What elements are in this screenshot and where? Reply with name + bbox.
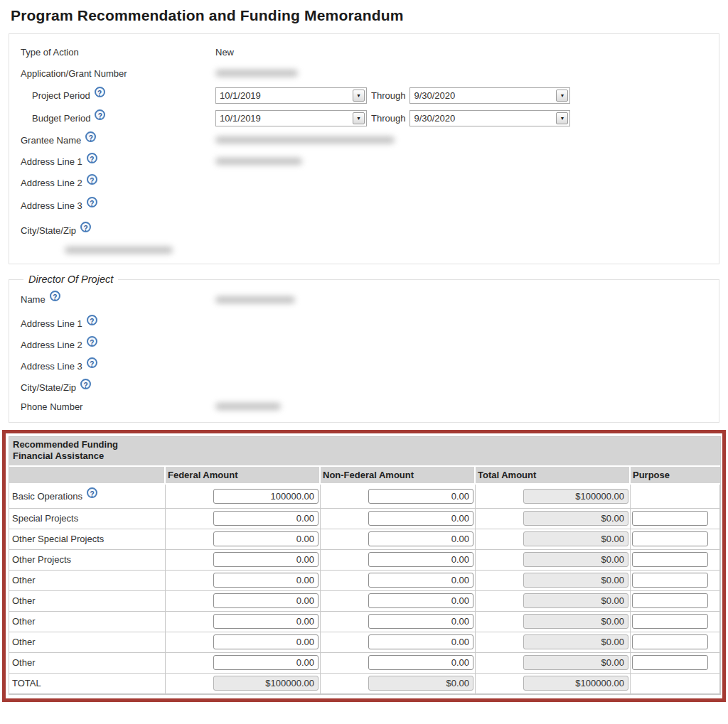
funding-table-row: Other Projects (9, 550, 720, 571)
non-federal-amount-input[interactable] (368, 614, 473, 629)
director-address2-row: Address Line 2 ? (21, 334, 719, 355)
help-icon[interactable]: ? (87, 174, 97, 185)
total-amount-readonly-input (523, 676, 628, 691)
total-amount-readonly-input (523, 552, 628, 567)
federal-amount-input[interactable] (213, 593, 318, 608)
project-period-start-field: ▼ (215, 87, 367, 104)
non-federal-amount-input[interactable] (368, 655, 473, 670)
grantee-name-row: Grantee Name ? (21, 129, 719, 151)
help-icon[interactable]: ? (87, 336, 97, 347)
total-amount-readonly-input (523, 531, 628, 546)
project-period-end-input[interactable] (410, 88, 555, 103)
federal-amount-readonly-input (213, 676, 318, 691)
purpose-input[interactable] (632, 593, 708, 608)
funding-row-label: Other (12, 637, 36, 647)
director-phone-row: Phone Number (21, 398, 719, 415)
type-of-action-row: Type of Action New (21, 41, 719, 63)
total-amount-readonly-input (523, 655, 628, 670)
purpose-input[interactable] (632, 552, 708, 567)
through-label: Through (371, 113, 405, 124)
calendar-dropdown-icon[interactable]: ▼ (353, 90, 365, 102)
grantee-name-label: Grantee Name (21, 135, 81, 146)
budget-period-start-input[interactable] (216, 111, 351, 126)
funding-table-row: Basic Operations? (9, 485, 720, 509)
budget-period-row: Budget Period ? ▼ Through ▼ (21, 107, 719, 129)
total-amount-readonly-input (523, 593, 628, 608)
purpose-column-header: Purpose (631, 467, 720, 485)
help-icon[interactable]: ? (85, 131, 96, 142)
help-icon[interactable]: ? (50, 291, 60, 301)
purpose-input[interactable] (632, 573, 708, 588)
calendar-dropdown-icon[interactable]: ▼ (353, 112, 365, 124)
director-name-label: Name (21, 294, 46, 305)
federal-amount-input[interactable] (213, 511, 318, 526)
federal-amount-input[interactable] (213, 489, 318, 504)
director-of-project-legend: Director Of Project (23, 274, 118, 285)
project-period-row: Project Period ? ▼ Through ▼ (21, 84, 719, 107)
director-citystatezip-row: City/State/Zip ? (21, 377, 719, 398)
app-grant-number-row: Application/Grant Number (21, 63, 719, 84)
page-title: Program Recommendation and Funding Memor… (11, 7, 728, 24)
purpose-input[interactable] (632, 655, 708, 670)
non-federal-amount-input[interactable] (368, 573, 473, 588)
budget-period-end-input[interactable] (410, 111, 555, 126)
non-federal-amount-input[interactable] (368, 634, 473, 649)
total-amount-readonly-input (523, 511, 628, 526)
city-state-zip-redacted-value (65, 247, 173, 254)
funding-row-label: Other (12, 595, 36, 606)
federal-amount-input[interactable] (213, 573, 318, 588)
funding-table-row: TOTAL (9, 674, 720, 694)
help-icon[interactable]: ? (95, 87, 105, 97)
funding-table-row: Other (9, 632, 720, 653)
recommended-funding-highlight-box: Recommended Funding Financial Assistance… (2, 430, 726, 702)
calendar-dropdown-icon[interactable]: ▼ (556, 90, 568, 102)
total-amount-readonly-input (523, 634, 628, 649)
federal-amount-input[interactable] (213, 531, 318, 546)
director-of-project-fieldset: Director Of Project Name ? Address Line … (9, 274, 719, 423)
help-icon[interactable]: ? (87, 153, 97, 163)
federal-amount-input[interactable] (213, 655, 318, 670)
non-federal-amount-input[interactable] (368, 489, 473, 504)
type-of-action-label: Type of Action (21, 47, 79, 58)
funding-row-label: Other Special Projects (12, 534, 104, 544)
help-icon[interactable]: ? (95, 109, 105, 120)
app-grant-number-redacted-value (215, 70, 298, 77)
grantee-citystatezip-row: City/State/Zip ? (21, 218, 719, 242)
address-line-1-label: Address Line 1 (21, 156, 82, 167)
federal-amount-input[interactable] (213, 614, 318, 629)
purpose-input[interactable] (632, 511, 708, 526)
funding-row-label: Other Projects (12, 554, 71, 565)
total-amount-column-header: Total Amount (476, 467, 631, 485)
director-address1-row: Address Line 1 ? (21, 313, 719, 334)
project-period-label: Project Period (32, 90, 90, 101)
non-federal-amount-input[interactable] (368, 593, 473, 608)
non-federal-amount-input[interactable] (368, 531, 473, 546)
grantee-address2-row: Address Line 2 ? (21, 172, 719, 193)
calendar-dropdown-icon[interactable]: ▼ (556, 112, 568, 124)
through-label: Through (371, 90, 405, 101)
total-amount-readonly-input (523, 614, 628, 629)
grantee-name-redacted-value (215, 136, 395, 144)
funding-table-row: Special Projects (9, 509, 720, 529)
help-icon[interactable]: ? (87, 315, 97, 325)
help-icon[interactable]: ? (80, 379, 91, 389)
funding-row-label: Other (12, 575, 36, 585)
help-icon[interactable]: ? (87, 357, 97, 368)
purpose-input[interactable] (632, 614, 708, 629)
funding-row-label: Other (12, 657, 36, 668)
non-federal-amount-input[interactable] (368, 511, 473, 526)
federal-amount-input[interactable] (213, 552, 318, 567)
funding-title-line2: Financial Assistance (13, 450, 720, 462)
help-icon[interactable]: ? (87, 197, 97, 207)
help-icon[interactable]: ? (80, 222, 91, 232)
non-federal-amount-input[interactable] (368, 552, 473, 567)
funding-table-row: Other (9, 571, 720, 591)
purpose-input[interactable] (632, 531, 708, 546)
purpose-input[interactable] (632, 634, 708, 649)
funding-table-title-row: Recommended Funding Financial Assistance (9, 437, 720, 467)
help-icon[interactable]: ? (87, 487, 97, 498)
federal-amount-input[interactable] (213, 634, 318, 649)
non-federal-amount-column-header: Non-Federal Amount (321, 467, 476, 485)
project-period-start-input[interactable] (216, 88, 351, 103)
city-state-zip-label: City/State/Zip (21, 225, 76, 236)
